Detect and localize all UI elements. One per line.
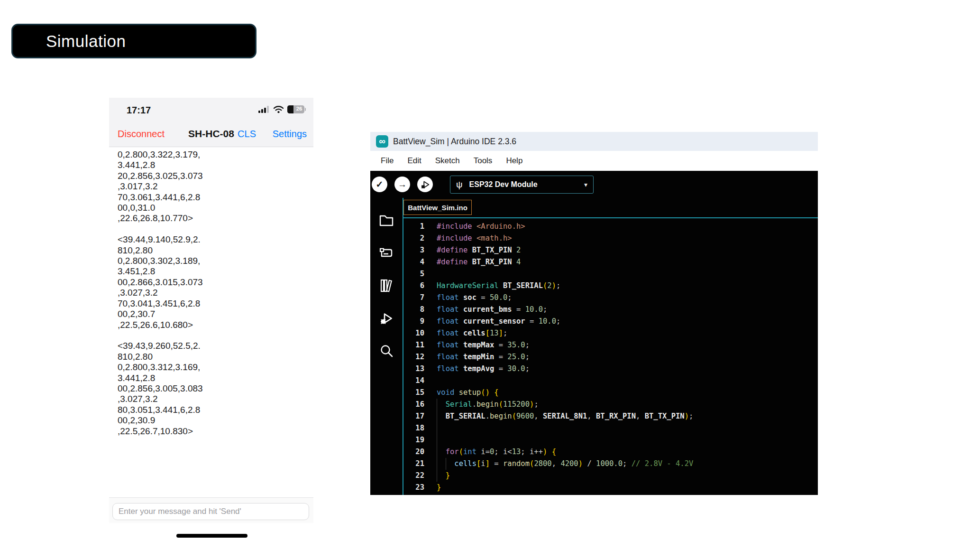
phone-nav-bar: Disconnect SH-HC-08 CLS Settings bbox=[109, 122, 313, 147]
menu-item-help[interactable]: Help bbox=[506, 156, 522, 166]
code-line-text: Serial.begin(115200); bbox=[437, 399, 539, 410]
window-title: BattView_Sim | Arduino IDE 2.3.6 bbox=[393, 137, 516, 147]
phone-header: 17:17 26 bbox=[109, 98, 313, 147]
debug-button[interactable] bbox=[417, 177, 433, 192]
code-line-text: cells[i] = random(2800, 4200) / 1000.0; … bbox=[437, 458, 693, 470]
code-line-text: } bbox=[437, 482, 441, 494]
terminal-line: 810,2.80 bbox=[118, 352, 305, 362]
battery-percent: 26 bbox=[296, 106, 302, 112]
terminal-line bbox=[118, 330, 305, 341]
terminal-line: 20,2.856,3.025,3.073 bbox=[118, 171, 305, 181]
code-line: 16 Serial.begin(115200); bbox=[403, 399, 818, 410]
search-icon bbox=[379, 344, 394, 359]
terminal-line: <39.44,9.140,52.9,2. bbox=[118, 234, 305, 245]
code-line-text: } bbox=[437, 470, 450, 482]
message-input[interactable] bbox=[112, 503, 309, 520]
chevron-down-icon: ▾ bbox=[584, 181, 587, 188]
line-number: 3 bbox=[403, 244, 424, 256]
code-line-text: float cells[13]; bbox=[437, 327, 507, 339]
code-line-text: void setup() { bbox=[437, 387, 499, 399]
line-number: 23 bbox=[403, 482, 424, 494]
menu-item-sketch[interactable]: Sketch bbox=[435, 156, 460, 166]
ide-main-area: BattView_Sim.ino 1#include <Arduino.h>2#… bbox=[370, 198, 818, 495]
terminal-line: ,3.027,3.2 bbox=[118, 394, 305, 404]
line-number: 7 bbox=[403, 292, 424, 304]
line-number: 11 bbox=[403, 339, 424, 351]
code-line-text: for(int i=0; i<13; i++) { bbox=[437, 446, 556, 458]
terminal-line: 0,2.800,3.322,3.179, bbox=[118, 149, 305, 160]
terminal-line: ,3.017,3.2 bbox=[118, 181, 305, 192]
terminal-line: 00,2.856,3.005,3.083 bbox=[118, 383, 305, 394]
code-line-text: #define BT_RX_PIN 4 bbox=[437, 256, 521, 268]
board-selector-dropdown[interactable]: ψ ESP32 Dev Module ▾ bbox=[450, 176, 594, 194]
code-line: 20 for(int i=0; i<13; i++) { bbox=[403, 446, 818, 458]
phone-screenshot: 17:17 26 bbox=[109, 98, 313, 523]
menu-item-edit[interactable]: Edit bbox=[407, 156, 421, 166]
code-line-text: #include <math.h> bbox=[437, 233, 512, 244]
boards-manager-icon bbox=[379, 246, 394, 260]
editor-column: BattView_Sim.ino 1#include <Arduino.h>2#… bbox=[403, 198, 818, 495]
line-number: 10 bbox=[403, 327, 424, 339]
code-line-text: HardwareSerial BT_SERIAL(2); bbox=[437, 280, 560, 292]
terminal-line: 70,3.041,3.451,6,2.8 bbox=[118, 298, 305, 309]
line-number: 6 bbox=[403, 280, 424, 292]
sidebar-item-boards-manager[interactable] bbox=[370, 236, 403, 269]
menu-item-tools[interactable]: Tools bbox=[474, 156, 493, 166]
ide-toolbar: ✓ → ψ ESP32 Dev Module ▾ bbox=[370, 171, 818, 198]
code-line: 14 bbox=[403, 375, 818, 387]
code-line: 18 bbox=[403, 422, 818, 434]
sidebar-item-debug[interactable] bbox=[370, 302, 403, 335]
status-time: 17:17 bbox=[127, 105, 151, 116]
battery-nub bbox=[305, 108, 306, 111]
sidebar-item-library-manager[interactable] bbox=[370, 269, 403, 302]
code-line: 1#include <Arduino.h> bbox=[403, 221, 818, 233]
code-line: 5 bbox=[403, 268, 818, 280]
terminal-line: 00,2,30.7 bbox=[118, 309, 305, 319]
code-editor[interactable]: 1#include <Arduino.h>2#include <math.h>3… bbox=[403, 218, 818, 495]
sidebar-item-search[interactable] bbox=[370, 335, 403, 367]
line-number: 22 bbox=[403, 470, 424, 482]
line-number: 1 bbox=[403, 221, 424, 233]
code-line-text: float soc = 50.0; bbox=[437, 292, 512, 304]
tab-label: BattView_Sim.ino bbox=[408, 204, 467, 212]
menu-item-file[interactable]: File bbox=[381, 156, 394, 166]
terminal-line: 3.451,2.8 bbox=[118, 266, 305, 277]
code-line-text: float tempMin = 25.0; bbox=[437, 351, 530, 363]
sidebar-item-sketchbook[interactable] bbox=[370, 204, 403, 236]
line-number: 12 bbox=[403, 351, 424, 363]
tab-battview-sim-ino[interactable]: BattView_Sim.ino bbox=[403, 200, 472, 215]
upload-button[interactable]: → bbox=[394, 177, 410, 192]
home-indicator-bar bbox=[176, 534, 247, 538]
code-line: 17 BT_SERIAL.begin(9600, SERIAL_8N1, BT_… bbox=[403, 410, 818, 422]
line-number: 18 bbox=[403, 422, 424, 434]
line-number: 8 bbox=[403, 304, 424, 316]
code-line: 9float current_sensor = 10.0; bbox=[403, 316, 818, 327]
check-icon: ✓ bbox=[376, 179, 384, 190]
editor-tab-row: BattView_Sim.ino bbox=[403, 198, 818, 218]
code-line-text: float tempAvg = 30.0; bbox=[437, 363, 530, 375]
terminal-line: 70,3.061,3.441,6,2.8 bbox=[118, 192, 305, 203]
code-line: 15void setup() { bbox=[403, 387, 818, 399]
verify-button[interactable]: ✓ bbox=[372, 177, 387, 192]
settings-button[interactable]: Settings bbox=[273, 129, 307, 140]
code-line: 2#include <math.h> bbox=[403, 233, 818, 244]
code-line: 12float tempMin = 25.0; bbox=[403, 351, 818, 363]
simulation-badge: Simulation bbox=[11, 24, 256, 58]
terminal-line: ,3.027,3.2 bbox=[118, 288, 305, 298]
simulation-badge-label: Simulation bbox=[46, 32, 126, 51]
code-line-text bbox=[437, 422, 441, 434]
serial-terminal-output[interactable]: 0,2.800,3.322,3.179,3.441,2.820,2.856,3.… bbox=[109, 148, 313, 497]
line-number: 17 bbox=[403, 410, 424, 422]
line-number: 2 bbox=[403, 233, 424, 244]
board-selector-label: ESP32 Dev Module bbox=[469, 180, 584, 189]
wifi-icon bbox=[273, 105, 284, 113]
debug-icon bbox=[420, 179, 430, 190]
line-number: 9 bbox=[403, 316, 424, 327]
code-line: 21 cells[i] = random(2800, 4200) / 1000.… bbox=[403, 458, 818, 470]
disconnect-button[interactable]: Disconnect bbox=[118, 129, 165, 140]
ide-title-bar: ∞ BattView_Sim | Arduino IDE 2.3.6 bbox=[370, 132, 818, 151]
cls-button[interactable]: CLS bbox=[238, 129, 256, 140]
line-number: 15 bbox=[403, 387, 424, 399]
cellular-signal-icon bbox=[258, 105, 270, 113]
line-number: 5 bbox=[403, 268, 424, 280]
